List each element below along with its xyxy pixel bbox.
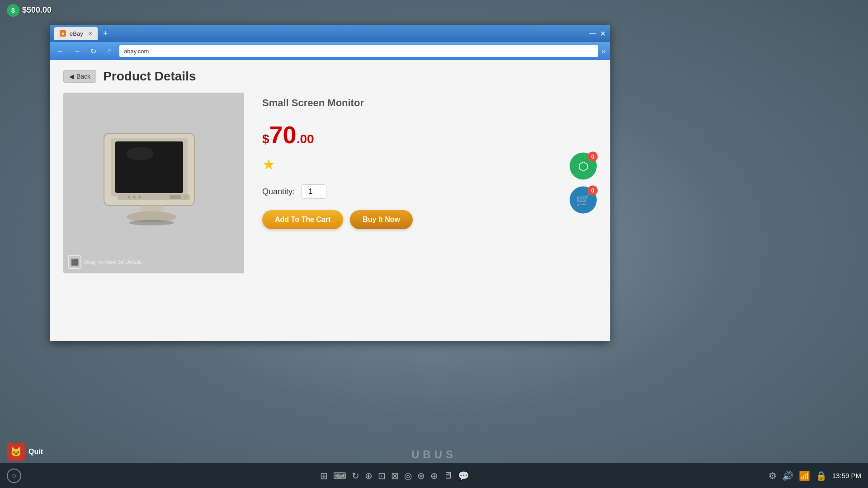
taskbar-wifi-icon[interactable]: 📶 bbox=[799, 470, 810, 481]
inventory-badge: 0 bbox=[588, 152, 598, 162]
buy-now-button[interactable]: Buy It Now bbox=[350, 210, 413, 229]
product-layout: ⬛ Drag To View 3d Details Small Screen M… bbox=[63, 93, 597, 273]
price-main: 70 bbox=[269, 122, 297, 147]
product-name: Small Screen Monitor bbox=[262, 97, 597, 109]
taskbar-icon-7[interactable]: ◎ bbox=[404, 470, 412, 481]
taskbar-icon-11[interactable]: 💬 bbox=[458, 470, 469, 481]
tab-title: eBay bbox=[70, 30, 83, 37]
browser-toolbar: ← → ↻ ⌂ ›› bbox=[50, 42, 610, 60]
page-title: Product Details bbox=[103, 69, 196, 84]
minimize-button[interactable]: — bbox=[589, 29, 596, 38]
action-buttons: Add To The Cart Buy It Now bbox=[262, 210, 597, 229]
inventory-button[interactable]: 0 ⬡ bbox=[570, 153, 597, 180]
cart-float-button[interactable]: 0 🛒 bbox=[570, 187, 597, 214]
svg-point-7 bbox=[138, 196, 141, 198]
star-rating: ★ bbox=[262, 156, 597, 173]
home-button[interactable]: ⌂ bbox=[103, 45, 116, 57]
money-icon: $ bbox=[7, 4, 19, 17]
desktop: $ $500.00 e eBay × + — ✕ ← → ↻ ⌂ ›› bbox=[0, 0, 868, 488]
taskbar-icon-5[interactable]: ⊡ bbox=[378, 470, 386, 481]
drag-icon: ⬛ bbox=[68, 255, 81, 269]
taskbar-icon-3[interactable]: ↻ bbox=[352, 470, 359, 481]
taskbar-icon-10[interactable]: 🖥 bbox=[443, 470, 453, 481]
taskbar-circle-icon[interactable]: ○ bbox=[7, 469, 21, 483]
taskbar-volume-icon[interactable]: 🔊 bbox=[782, 470, 793, 481]
price-cents: .00 bbox=[297, 132, 314, 146]
inventory-icon: ⬡ bbox=[578, 159, 589, 173]
taskbar-icon-2[interactable]: ⌨ bbox=[333, 470, 346, 481]
drag-hint: ⬛ Drag To View 3d Details bbox=[68, 255, 142, 269]
back-nav-button[interactable]: ← bbox=[54, 45, 67, 57]
browser-tab[interactable]: e eBay × bbox=[54, 27, 98, 40]
forward-nav-button[interactable]: → bbox=[71, 45, 83, 57]
window-controls: — ✕ bbox=[589, 29, 606, 38]
taskbar-icon-9[interactable]: ⊕ bbox=[430, 470, 438, 481]
quantity-label: Quantity: bbox=[262, 187, 295, 197]
taskbar-right: ⚙ 🔊 📶 🔒 13:59 PM bbox=[769, 470, 861, 481]
taskbar: ○ ⊞ ⌨ ↻ ⊕ ⊡ ⊠ ◎ ⊛ ⊕ 🖥 💬 ⚙ 🔊 📶 🔒 13:59 PM bbox=[0, 463, 868, 488]
floating-buttons: 0 ⬡ 0 🛒 bbox=[570, 153, 597, 214]
drag-hint-text: Drag To View 3d Details bbox=[84, 259, 142, 265]
svg-point-5 bbox=[127, 196, 130, 198]
svg-point-12 bbox=[129, 220, 174, 225]
toolbar-more-button[interactable]: ›› bbox=[602, 47, 606, 55]
taskbar-center: ⊞ ⌨ ↻ ⊕ ⊡ ⊠ ◎ ⊛ ⊕ 🖥 💬 bbox=[320, 470, 469, 481]
browser-window: e eBay × + — ✕ ← → ↻ ⌂ ›› ◀ Back bbox=[50, 25, 610, 341]
svg-point-3 bbox=[127, 147, 154, 160]
product-image bbox=[63, 93, 244, 273]
add-to-cart-button[interactable]: Add To The Cart bbox=[262, 210, 343, 229]
taskbar-icon-6[interactable]: ⊠ bbox=[391, 470, 399, 481]
address-bar[interactable] bbox=[119, 45, 598, 57]
taskbar-icon-1[interactable]: ⊞ bbox=[320, 470, 328, 481]
taskbar-icon-4[interactable]: ⊕ bbox=[365, 470, 373, 481]
tab-favicon: e bbox=[60, 30, 66, 37]
browser-content: ◀ Back Product Details bbox=[50, 60, 610, 341]
new-tab-button[interactable]: + bbox=[103, 29, 108, 38]
product-image-container: ⬛ Drag To View 3d Details bbox=[63, 93, 244, 273]
quantity-input[interactable] bbox=[302, 184, 326, 199]
browser-titlebar: e eBay × + — ✕ bbox=[50, 25, 610, 42]
top-bar: $ $500.00 bbox=[0, 0, 868, 20]
taskbar-icon-8[interactable]: ⊛ bbox=[417, 470, 425, 481]
taskbar-left: ○ bbox=[7, 469, 21, 483]
taskbar-settings-icon[interactable]: ⚙ bbox=[769, 470, 777, 481]
money-badge: $ $500.00 bbox=[7, 4, 52, 17]
quit-button[interactable]: 🐱 Quit bbox=[7, 443, 43, 461]
money-amount: $500.00 bbox=[22, 5, 52, 15]
back-button[interactable]: ◀ Back bbox=[63, 70, 96, 83]
svg-point-6 bbox=[133, 196, 136, 198]
cart-badge: 0 bbox=[588, 186, 598, 196]
cart-icon: 🛒 bbox=[576, 193, 590, 207]
close-button[interactable]: ✕ bbox=[600, 29, 606, 38]
price-dollar-sign: $ bbox=[262, 132, 269, 146]
product-details: Small Screen Monitor $ 70 .00 ★ Quantity… bbox=[262, 93, 597, 229]
tab-close-button[interactable]: × bbox=[89, 30, 92, 37]
taskbar-clock: 13:59 PM bbox=[832, 472, 861, 479]
product-price: $ 70 .00 bbox=[262, 122, 597, 147]
quantity-row: Quantity: bbox=[262, 184, 597, 199]
product-image-svg bbox=[90, 124, 217, 242]
quit-label: Quit bbox=[28, 448, 43, 456]
svg-rect-8 bbox=[170, 195, 181, 199]
svg-point-9 bbox=[184, 195, 187, 199]
quit-icon: 🐱 bbox=[7, 443, 25, 461]
refresh-button[interactable]: ↻ bbox=[87, 45, 99, 57]
taskbar-lock-icon[interactable]: 🔒 bbox=[816, 470, 827, 481]
brand-text: UBUS bbox=[411, 448, 457, 461]
page-header: ◀ Back Product Details bbox=[63, 69, 597, 84]
